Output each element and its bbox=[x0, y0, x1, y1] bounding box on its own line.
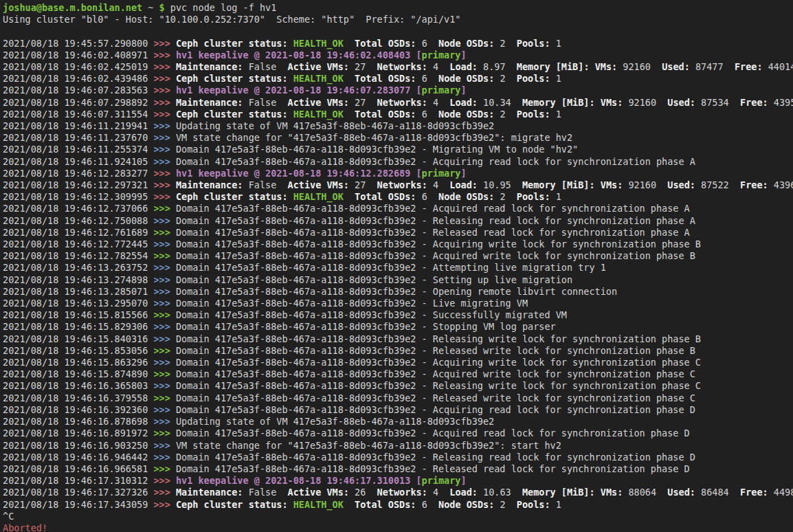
log-segment: 1 bbox=[556, 73, 561, 84]
log-segment: False bbox=[249, 61, 288, 72]
log-timestamp: 2021/08/18 19:46:11.924105 bbox=[3, 156, 148, 167]
log-segment: Total OSDs: bbox=[355, 73, 422, 84]
log-segment: Active VMs: bbox=[288, 61, 355, 72]
log-marker: >>> bbox=[148, 250, 176, 261]
log-segment: False bbox=[249, 487, 288, 498]
log-segment: 86484 bbox=[701, 487, 740, 498]
log-segment: hv1 keepalive @ 2021-08-18 19:46:02.4084… bbox=[176, 49, 422, 60]
log-segment: Active VMs: bbox=[288, 97, 355, 108]
log-marker: >>> bbox=[148, 215, 176, 226]
log-segment: hv1 keepalive @ 2021-08-18 19:46:12.2826… bbox=[176, 168, 422, 179]
log-line: 2021/08/18 19:46:11.219941 >>> Updating … bbox=[3, 120, 793, 132]
log-segment: Used: bbox=[667, 97, 701, 108]
log-segment: 4 bbox=[433, 179, 449, 190]
log-segment: 92160 bbox=[628, 179, 667, 190]
log-line: 2021/08/18 19:46:16.392360 >>> Domain 41… bbox=[3, 404, 793, 416]
log-marker: >>> bbox=[148, 203, 176, 214]
log-timestamp: 2021/08/18 19:46:07.311554 bbox=[3, 109, 148, 120]
log-segment: Ceph cluster status: bbox=[176, 73, 293, 84]
log-segment: Memory [MiB]: VMs: bbox=[517, 61, 623, 72]
log-segment: 1 bbox=[556, 191, 561, 202]
log-segment: Networks: bbox=[377, 97, 433, 108]
log-line: 2021/08/18 19:46:13.295070 >>> Domain 41… bbox=[3, 298, 793, 309]
log-segment: 92160 bbox=[623, 61, 662, 72]
log-segment: HEALTH_OK bbox=[293, 191, 344, 202]
log-line: 2021/08/18 19:46:16.903250 >>> VM state … bbox=[3, 440, 793, 452]
log-segment: Free: bbox=[740, 487, 774, 498]
prompt-cwd: ~ bbox=[142, 2, 159, 13]
log-line: 2021/08/18 19:46:07.298892 >>> Maintenan… bbox=[3, 97, 793, 109]
blank-line bbox=[3, 25, 793, 37]
log-line: 2021/08/18 19:46:11.924105 >>> Domain 41… bbox=[3, 156, 793, 168]
log-segment: 6 bbox=[422, 109, 438, 120]
log-line: 2021/08/18 19:46:16.379558 >>> Domain 41… bbox=[3, 392, 793, 404]
log-line: 2021/08/18 19:46:17.310312 >>> hv1 keepa… bbox=[3, 475, 793, 487]
log-timestamp: 2021/08/18 19:46:16.392360 bbox=[3, 404, 148, 415]
log-line: 2021/08/18 19:46:15.840316 >>> Domain 41… bbox=[3, 333, 793, 345]
log-segment: 8.97 bbox=[483, 61, 517, 72]
log-marker: >>> bbox=[148, 428, 176, 439]
log-segment: Load: bbox=[449, 179, 483, 190]
log-line: 2021/08/18 19:46:15.829306 >>> Domain 41… bbox=[3, 321, 793, 333]
log-timestamp: 2021/08/18 19:46:16.903250 bbox=[3, 440, 148, 451]
log-segment: 92160 bbox=[628, 97, 667, 108]
log-segment: 87534 bbox=[701, 97, 740, 108]
log-segment: 27 bbox=[355, 97, 377, 108]
log-segment: Free: bbox=[740, 97, 774, 108]
log-timestamp: 2021/08/18 19:45:57.290800 bbox=[3, 38, 148, 49]
log-segment: 44987 bbox=[774, 487, 793, 498]
log-segment: Domain 417e5a3f-88eb-467a-a118-8d093cfb3… bbox=[176, 357, 701, 368]
log-segment: Maintenance: bbox=[176, 179, 249, 190]
log-segment: Networks: bbox=[377, 61, 433, 72]
log-marker: >>> bbox=[148, 132, 176, 143]
log-marker: >>> bbox=[148, 120, 176, 131]
log-segment: 2 bbox=[500, 109, 516, 120]
log-timestamp: 2021/08/18 19:46:07.298892 bbox=[3, 97, 148, 108]
log-line: 2021/08/18 19:46:13.274898 >>> Domain 41… bbox=[3, 274, 793, 286]
log-segment: 43961 bbox=[774, 179, 793, 190]
log-marker: >>> bbox=[148, 333, 176, 344]
log-line: 2021/08/18 19:46:16.966581 >>> Domain 41… bbox=[3, 463, 793, 475]
log-segment: Domain 417e5a3f-88eb-467a-a118-8d093cfb3… bbox=[176, 333, 701, 344]
log-segment: Networks: bbox=[377, 179, 433, 190]
log-timestamp: 2021/08/18 19:46:02.439486 bbox=[3, 73, 148, 84]
log-marker: >>> bbox=[148, 286, 176, 297]
log-segment: 27 bbox=[355, 179, 377, 190]
log-segment: ] bbox=[461, 475, 467, 486]
log-timestamp: 2021/08/18 19:46:16.946442 bbox=[3, 452, 148, 463]
log-line: 2021/08/18 19:46:15.853056 >>> Domain 41… bbox=[3, 345, 793, 357]
log-segment: Node OSDs: bbox=[438, 73, 500, 84]
log-segment: Ceph cluster status: bbox=[176, 109, 293, 120]
log-segment bbox=[344, 73, 355, 84]
log-marker: >>> bbox=[148, 85, 176, 96]
interrupt-line: ^C bbox=[3, 511, 793, 522]
log-marker: >>> bbox=[148, 97, 176, 108]
log-line: 2021/08/18 19:45:57.290800 >>> Ceph clus… bbox=[3, 38, 793, 49]
log-line: 2021/08/18 19:46:12.283277 >>> hv1 keepa… bbox=[3, 168, 793, 179]
log-timestamp: 2021/08/18 19:46:11.237670 bbox=[3, 132, 148, 143]
prompt-user-host: joshua@base.m.bonilan.net bbox=[3, 2, 142, 13]
log-segment: 6 bbox=[422, 191, 438, 202]
log-segment: Total OSDs: bbox=[355, 38, 422, 49]
log-segment: False bbox=[249, 179, 288, 190]
log-segment: ] bbox=[461, 168, 467, 179]
log-timestamp: 2021/08/18 19:46:13.263752 bbox=[3, 262, 148, 273]
log-segment: Total OSDs: bbox=[355, 499, 422, 510]
log-line: 2021/08/18 19:46:12.737066 >>> Domain 41… bbox=[3, 203, 793, 214]
log-marker: >>> bbox=[148, 321, 176, 332]
log-segment bbox=[344, 109, 355, 120]
log-segment: Pools: bbox=[517, 73, 556, 84]
log-segment: Domain 417e5a3f-88eb-467a-a118-8d093cfb3… bbox=[176, 239, 701, 250]
log-line: 2021/08/18 19:46:11.255374 >>> Domain 41… bbox=[3, 144, 793, 155]
log-segment: 2 bbox=[500, 499, 516, 510]
log-timestamp: 2021/08/18 19:46:16.891972 bbox=[3, 428, 148, 439]
log-line: 2021/08/18 19:46:15.815566 >>> Domain 41… bbox=[3, 309, 793, 321]
log-timestamp: 2021/08/18 19:46:15.874890 bbox=[3, 368, 148, 379]
log-segment: Free: bbox=[740, 179, 774, 190]
log-segment: Maintenance: bbox=[176, 61, 249, 72]
prompt-command: pvc node log -f hv1 bbox=[170, 2, 276, 13]
log-segment: Domain 417e5a3f-88eb-467a-a118-8d093cfb3… bbox=[176, 203, 690, 214]
log-marker: >>> bbox=[148, 380, 176, 391]
log-timestamp: 2021/08/18 19:46:15.863296 bbox=[3, 357, 148, 368]
log-segment: primary bbox=[422, 49, 461, 60]
